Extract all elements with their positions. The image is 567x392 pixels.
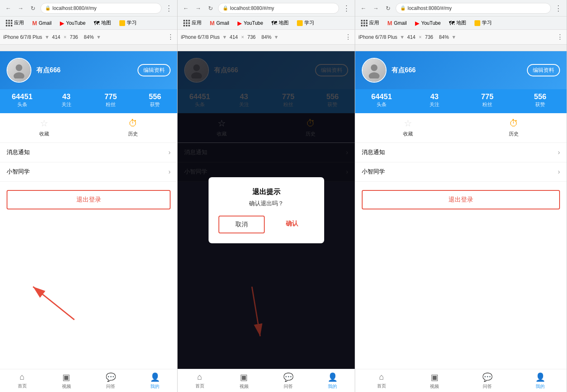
address-bar-right[interactable]: 🔒 localhost:8080/#/my xyxy=(396,3,551,14)
edit-btn-right[interactable]: 编辑资料 xyxy=(527,64,560,76)
forward-btn-left[interactable]: → xyxy=(16,3,26,13)
device-arrow-right: ▼ xyxy=(400,34,405,40)
svg-point-1 xyxy=(14,72,24,78)
history-label-right: 历史 xyxy=(509,131,519,138)
bm-maps-label-left: 地图 xyxy=(101,19,111,26)
device-more-right[interactable]: ⋮ xyxy=(557,33,563,41)
stat-fans-left: 775 粉丝 xyxy=(89,93,133,108)
collect-icon-item-left[interactable]: ☆ 收藏 xyxy=(0,118,89,138)
nav-qa-right[interactable]: 💬 问答 xyxy=(461,369,514,392)
collect-icon-item-right[interactable]: ☆ 收藏 xyxy=(355,118,461,138)
refresh-btn-right[interactable]: ↻ xyxy=(383,3,393,13)
nav-video-left[interactable]: ▣ 视频 xyxy=(44,369,88,392)
bm-study-middle[interactable]: 学习 xyxy=(294,19,317,27)
bm-gmail-label-middle: Gmail xyxy=(216,20,229,26)
history-icon-item-right[interactable]: ⏱ 历史 xyxy=(461,118,567,138)
refresh-btn-left[interactable]: ↻ xyxy=(28,3,38,13)
dialog-confirm-btn[interactable]: 确认 xyxy=(270,216,314,233)
device-more-left[interactable]: ⋮ xyxy=(167,33,174,41)
dialog-title: 退出提示 xyxy=(218,187,314,197)
bm-apps-middle[interactable]: 应用 xyxy=(181,19,204,27)
logout-btn-left[interactable]: 退出登录 xyxy=(7,190,171,209)
bm-study-label-middle: 学习 xyxy=(304,19,314,26)
bm-youtube-left[interactable]: ▶ YouTube xyxy=(57,19,88,27)
more-btn-left[interactable]: ⋮ xyxy=(164,3,174,13)
menu-xiaozhi-right[interactable]: 小智同学 › xyxy=(355,162,567,182)
person-icon-right: 👤 xyxy=(535,372,546,382)
nav-home-mid[interactable]: ⌂ 首页 xyxy=(178,369,222,392)
nav-video-mid[interactable]: ▣ 视频 xyxy=(222,369,266,392)
url-right: localhost:8080/#/my xyxy=(408,5,452,11)
device-more-middle[interactable]: ⋮ xyxy=(345,33,351,41)
more-btn-middle[interactable]: ⋮ xyxy=(342,3,351,13)
menu-xiaozhi-arrow-left: › xyxy=(168,168,171,176)
logout-btn-right[interactable]: 退出登录 xyxy=(362,190,560,209)
nav-my-right[interactable]: 👤 我的 xyxy=(514,369,567,392)
menu-notification-left[interactable]: 消息通知 › xyxy=(0,143,177,162)
profile-header-left: 有点666 编辑资料 xyxy=(0,51,177,89)
nav-qa-left[interactable]: 💬 问答 xyxy=(89,369,133,392)
zoom-arrow-middle: ▼ xyxy=(274,34,279,40)
dialog-subtitle: 确认退出吗？ xyxy=(218,200,314,207)
address-bar-left[interactable]: 🔒 localhost:8080/#/my xyxy=(40,3,161,14)
gmail-icon-mid: M xyxy=(210,20,215,26)
apps-grid-icon-mid xyxy=(183,20,190,26)
device-w-left: 414 xyxy=(52,34,60,40)
svg-point-9 xyxy=(369,72,380,78)
study-icon-mid xyxy=(297,20,303,26)
bm-gmail-middle[interactable]: M Gmail xyxy=(207,19,232,27)
clock-icon-right: ⏱ xyxy=(509,118,518,129)
lock-icon-middle: 🔒 xyxy=(223,5,228,11)
device-h-right: 736 xyxy=(425,34,433,40)
forward-btn-right[interactable]: → xyxy=(371,3,381,13)
bm-youtube-right[interactable]: ▶ YouTube xyxy=(413,19,443,27)
device-w-right: 414 xyxy=(407,34,415,40)
nav-video-right[interactable]: ▣ 视频 xyxy=(408,369,461,392)
forward-btn-middle[interactable]: → xyxy=(193,3,203,13)
device-arrow-middle: ▼ xyxy=(222,34,227,40)
more-btn-right[interactable]: ⋮ xyxy=(553,3,563,13)
bm-maps-left[interactable]: 🗺 地图 xyxy=(91,19,114,27)
nav-my-left[interactable]: 👤 我的 xyxy=(133,369,177,392)
bm-gmail-right[interactable]: M Gmail xyxy=(385,19,409,27)
bm-maps-middle[interactable]: 🗺 地图 xyxy=(269,19,291,27)
bookmarks-middle: 应用 M Gmail ▶ YouTube 🗺 地图 学习 xyxy=(178,17,355,30)
stat-likes-lbl-left: 获赞 xyxy=(133,101,177,108)
bm-study-right[interactable]: 学习 xyxy=(472,19,494,27)
bm-study-left[interactable]: 学习 xyxy=(117,19,139,27)
bm-study-label-left: 学习 xyxy=(127,19,137,26)
bm-youtube-middle[interactable]: ▶ YouTube xyxy=(235,19,266,27)
nav-qa-mid[interactable]: 💬 问答 xyxy=(266,369,311,392)
bm-maps-right[interactable]: 🗺 地图 xyxy=(446,19,469,27)
chat-icon-left: 💬 xyxy=(106,372,116,382)
dialog-cancel-btn[interactable]: 取消 xyxy=(218,216,265,233)
star-icon-left: ☆ xyxy=(40,118,48,129)
edit-btn-left[interactable]: 编辑资料 xyxy=(138,64,171,76)
back-btn-left[interactable]: ← xyxy=(3,3,13,13)
nav-qa-label-left: 问答 xyxy=(106,383,115,390)
device-h-middle: 736 xyxy=(247,34,256,40)
bm-gmail-left[interactable]: M Gmail xyxy=(30,19,54,27)
left-panel: ← → ↻ 🔒 localhost:8080/#/my ⋮ 应用 M Gmail… xyxy=(0,0,178,392)
youtube-icon-left: ▶ xyxy=(60,20,64,26)
menu-xiaozhi-left[interactable]: 小智同学 › xyxy=(0,162,177,182)
nav-my-mid[interactable]: 👤 我的 xyxy=(311,369,355,392)
nav-home-left[interactable]: ⌂ 首页 xyxy=(0,369,44,392)
dialog-box: 退出提示 确认退出吗？ 取消 确认 xyxy=(209,177,324,243)
back-btn-middle[interactable]: ← xyxy=(181,3,191,13)
nav-home-right[interactable]: ⌂ 首页 xyxy=(355,369,408,392)
bm-apps-left[interactable]: 应用 xyxy=(3,19,26,27)
bottom-nav-middle: ⌂ 首页 ▣ 视频 💬 问答 👤 我的 xyxy=(178,369,355,392)
stat-fans-lbl-left: 粉丝 xyxy=(89,101,133,108)
history-icon-item-left[interactable]: ⏱ 历史 xyxy=(89,118,178,138)
ruler-right xyxy=(355,45,567,51)
menu-notification-right[interactable]: 消息通知 › xyxy=(355,143,567,162)
nav-qa-label-mid: 问答 xyxy=(284,383,293,390)
address-bar-middle[interactable]: 🔒 localhost:8080/#/my xyxy=(218,3,339,14)
bm-apps-right[interactable]: 应用 xyxy=(358,19,382,27)
middle-panel: ← → ↻ 🔒 localhost:8080/#/my ⋮ 应用 M Gmail… xyxy=(178,0,355,392)
gmail-icon-right: M xyxy=(387,20,392,26)
refresh-btn-middle[interactable]: ↻ xyxy=(206,3,216,13)
lock-icon-left: 🔒 xyxy=(45,5,51,11)
back-btn-right[interactable]: ← xyxy=(358,3,368,13)
